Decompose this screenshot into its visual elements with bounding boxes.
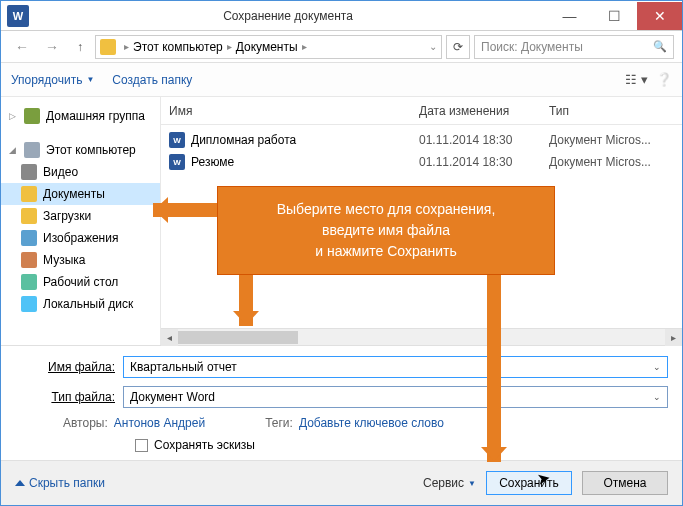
organize-label: Упорядочить <box>11 73 82 87</box>
column-date[interactable]: Дата изменения <box>419 104 549 118</box>
chevron-down-icon: ◢ <box>9 145 16 155</box>
video-icon <box>21 164 37 180</box>
save-button[interactable]: Сохранить <box>486 471 572 495</box>
tags-label: Теги: <box>265 416 293 430</box>
breadcrumb[interactable]: ▸ Этот компьютер ▸ Документы ▸ ⌄ <box>95 35 442 59</box>
chevron-up-icon <box>15 480 25 486</box>
chevron-right-icon: ▸ <box>302 41 307 52</box>
cancel-button-label: Отмена <box>603 476 646 490</box>
sidebar-item-homegroup[interactable]: ▷ Домашняя группа <box>1 105 160 127</box>
navigation-bar: ← → ↑ ▸ Этот компьютер ▸ Документы ▸ ⌄ ⟳… <box>1 31 682 63</box>
tags-value[interactable]: Добавьте ключевое слово <box>299 416 444 430</box>
save-thumbnails-label: Сохранять эскизы <box>154 438 255 452</box>
scroll-right-icon[interactable]: ▸ <box>665 329 682 346</box>
help-icon[interactable]: ❔ <box>656 72 672 87</box>
folder-icon <box>100 39 116 55</box>
disk-icon <box>21 296 37 312</box>
toolbar: Упорядочить ▼ Создать папку ☷ ▾ ❔ <box>1 63 682 97</box>
chevron-right-icon: ▸ <box>124 41 129 52</box>
callout-arrow-down-2 <box>487 260 501 462</box>
search-icon: 🔍 <box>653 40 667 53</box>
maximize-button[interactable]: ☐ <box>592 2 637 30</box>
tools-menu[interactable]: Сервис ▼ <box>423 476 476 490</box>
filetype-label: Тип файла: <box>15 390 123 404</box>
search-input[interactable]: Поиск: Документы 🔍 <box>474 35 674 59</box>
chevron-down-icon[interactable]: ⌄ <box>653 362 661 372</box>
file-date: 01.11.2014 18:30 <box>419 133 549 147</box>
sidebar-label: Локальный диск <box>43 297 133 311</box>
sidebar-label: Этот компьютер <box>46 143 136 157</box>
sidebar-label: Документы <box>43 187 105 201</box>
forward-button[interactable]: → <box>39 34 65 60</box>
view-options-icon[interactable]: ☷ ▾ <box>625 72 648 87</box>
file-date: 01.11.2014 18:30 <box>419 155 549 169</box>
instruction-callout: Выберите место для сохранения, введите и… <box>217 186 555 275</box>
file-name: Резюме <box>191 155 419 169</box>
sidebar-item-images[interactable]: Изображения <box>1 227 160 249</box>
file-type: Документ Micros... <box>549 133 682 147</box>
callout-line: и нажмите Сохранить <box>234 241 538 262</box>
authors-value[interactable]: Антонов Андрей <box>114 416 205 430</box>
sidebar-label: Изображения <box>43 231 118 245</box>
sidebar-item-music[interactable]: Музыка <box>1 249 160 271</box>
up-button[interactable]: ↑ <box>69 36 91 58</box>
hide-folders-label: Скрыть папки <box>29 476 105 490</box>
sidebar-item-pc[interactable]: ◢ Этот компьютер <box>1 139 160 161</box>
tools-label: Сервис <box>423 476 464 490</box>
window-buttons: — ☐ ✕ <box>547 2 682 30</box>
chevron-right-icon: ▷ <box>9 111 16 121</box>
cancel-button[interactable]: Отмена <box>582 471 668 495</box>
sidebar-label: Домашняя группа <box>46 109 145 123</box>
desktop-icon <box>21 274 37 290</box>
save-dialog-window: W Сохранение документа — ☐ ✕ ← → ↑ ▸ Это… <box>0 0 683 506</box>
documents-icon <box>21 186 37 202</box>
breadcrumb-segment[interactable]: Документы <box>236 40 298 54</box>
sidebar: ▷ Домашняя группа ◢ Этот компьютер Видео… <box>1 97 161 345</box>
hide-folders-link[interactable]: Скрыть папки <box>15 476 105 490</box>
breadcrumb-segment[interactable]: Этот компьютер <box>133 40 223 54</box>
sidebar-label: Загрузки <box>43 209 91 223</box>
file-list: W Дипломная работа 01.11.2014 18:30 Доку… <box>161 125 682 177</box>
sidebar-label: Музыка <box>43 253 85 267</box>
scroll-left-icon[interactable]: ◂ <box>161 329 178 346</box>
callout-line: Выберите место для сохранения, <box>234 199 538 220</box>
filename-label: Имя файла: <box>15 360 123 374</box>
save-thumbnails-checkbox[interactable] <box>135 439 148 452</box>
chevron-down-icon: ▼ <box>468 479 476 488</box>
images-icon <box>21 230 37 246</box>
column-type[interactable]: Тип <box>549 104 682 118</box>
footer: Скрыть папки Сервис ▼ Сохранить Отмена <box>1 460 682 505</box>
file-row[interactable]: W Резюме 01.11.2014 18:30 Документ Micro… <box>161 151 682 173</box>
filename-input[interactable]: Квартальный отчет ⌄ <box>123 356 668 378</box>
music-icon <box>21 252 37 268</box>
callout-arrow-left <box>153 203 217 217</box>
bottom-panel: Имя файла: Квартальный отчет ⌄ Тип файла… <box>1 345 682 460</box>
new-folder-label: Создать папку <box>112 73 192 87</box>
sidebar-item-downloads[interactable]: Загрузки <box>1 205 160 227</box>
callout-line: введите имя файла <box>234 220 538 241</box>
sidebar-item-desktop[interactable]: Рабочий стол <box>1 271 160 293</box>
back-button[interactable]: ← <box>9 34 35 60</box>
pc-icon <box>24 142 40 158</box>
refresh-button[interactable]: ⟳ <box>446 35 470 59</box>
sidebar-item-documents[interactable]: Документы <box>1 183 160 205</box>
organize-menu[interactable]: Упорядочить ▼ <box>11 73 94 87</box>
authors-label: Авторы: <box>63 416 108 430</box>
minimize-button[interactable]: — <box>547 2 592 30</box>
filetype-select[interactable]: Документ Word ⌄ <box>123 386 668 408</box>
sidebar-label: Рабочий стол <box>43 275 118 289</box>
chevron-down-icon[interactable]: ⌄ <box>653 392 661 402</box>
breadcrumb-dropdown-icon[interactable]: ⌄ <box>429 41 437 52</box>
file-row[interactable]: W Дипломная работа 01.11.2014 18:30 Доку… <box>161 129 682 151</box>
window-title: Сохранение документа <box>29 9 547 23</box>
filename-value: Квартальный отчет <box>130 360 237 374</box>
column-name[interactable]: Имя <box>169 104 419 118</box>
search-placeholder: Поиск: Документы <box>481 40 583 54</box>
close-button[interactable]: ✕ <box>637 2 682 30</box>
word-doc-icon: W <box>169 132 185 148</box>
homegroup-icon <box>24 108 40 124</box>
word-app-icon: W <box>7 5 29 27</box>
sidebar-item-localdisk[interactable]: Локальный диск <box>1 293 160 315</box>
new-folder-button[interactable]: Создать папку <box>112 73 192 87</box>
sidebar-item-video[interactable]: Видео <box>1 161 160 183</box>
